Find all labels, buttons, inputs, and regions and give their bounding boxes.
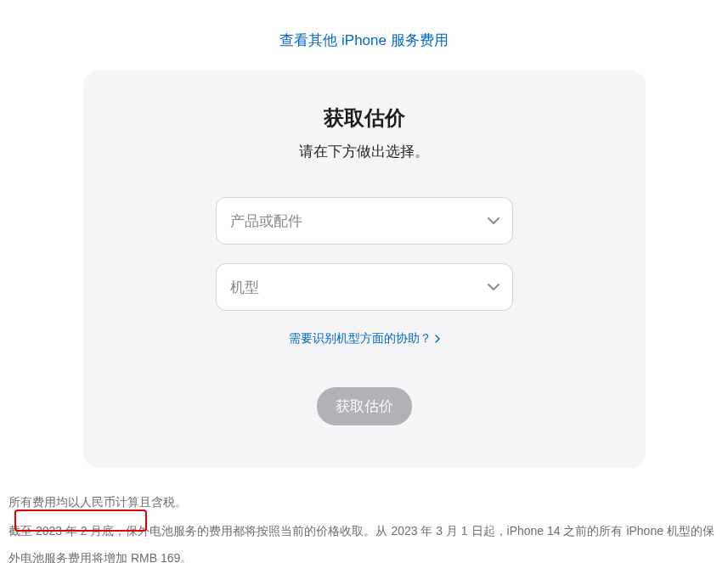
identify-model-help-link[interactable]: 需要识别机型方面的协助？: [289, 331, 440, 346]
card-subtitle: 请在下方做出选择。: [117, 142, 612, 161]
product-select-wrapper: 产品或配件: [216, 197, 513, 245]
card-title: 获取估价: [117, 104, 612, 132]
footer-line-1: 所有费用均以人民币计算且含税。: [8, 488, 720, 515]
footer-text: 所有费用均以人民币计算且含税。 截至 2023 年 2 月底，保外电池服务的费用…: [8, 488, 720, 563]
footer-line-2: 截至 2023 年 2 月底，保外电池服务的费用都将按照当前的价格收取。从 20…: [8, 517, 720, 563]
estimate-card: 获取估价 请在下方做出选择。 产品或配件 机型 需要识别机型方面的协助？ 获取估…: [83, 70, 646, 468]
help-link-label: 需要识别机型方面的协助？: [289, 331, 432, 346]
product-select[interactable]: 产品或配件: [216, 197, 513, 245]
model-select-wrapper: 机型: [216, 263, 513, 311]
model-select[interactable]: 机型: [216, 263, 513, 311]
chevron-right-icon: [435, 335, 440, 343]
top-link-container: 查看其他 iPhone 服务费用: [0, 0, 728, 70]
get-estimate-button[interactable]: 获取估价: [317, 387, 412, 425]
other-services-link[interactable]: 查看其他 iPhone 服务费用: [279, 32, 448, 48]
